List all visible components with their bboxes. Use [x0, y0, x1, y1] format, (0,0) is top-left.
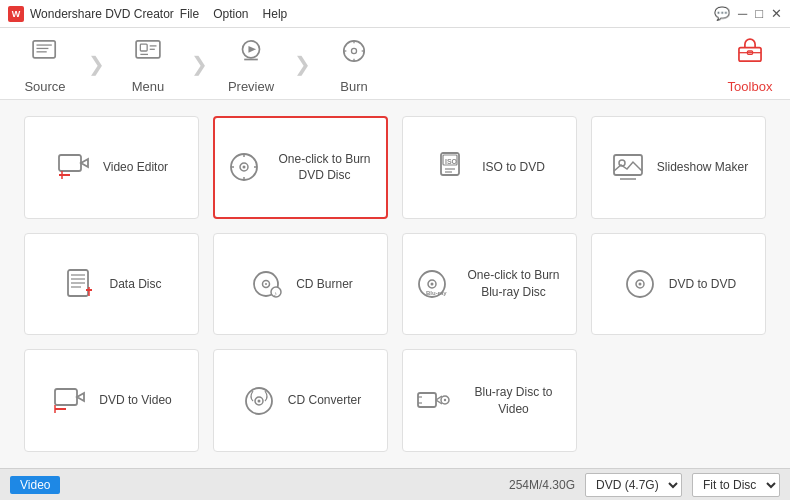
toolbox-label: Toolbox	[728, 79, 773, 94]
bluray-to-video-icon	[413, 383, 451, 419]
tools-grid: Video Editor One-click to Burn DVD Disc …	[0, 100, 790, 468]
title-bar: W Wondershare DVD Creator File Option He…	[0, 0, 790, 28]
svg-point-58	[638, 282, 641, 285]
tool-dvd-to-dvd[interactable]: DVD to DVD	[591, 233, 766, 336]
menu-option[interactable]: Option	[213, 7, 248, 21]
svg-text:♪: ♪	[274, 289, 278, 296]
tool-cd-burner[interactable]: ♪ CD Burner	[213, 233, 388, 336]
iso-to-dvd-label: ISO to DVD	[482, 159, 545, 176]
svg-rect-0	[33, 40, 55, 57]
preview-icon	[234, 34, 268, 75]
dvd-to-video-icon	[51, 383, 89, 419]
app-logo: W	[8, 6, 24, 22]
svg-rect-21	[59, 155, 81, 171]
video-editor-icon	[55, 149, 93, 185]
fit-select[interactable]: Fit to Disc Custom	[692, 473, 780, 497]
svg-marker-10	[248, 45, 256, 52]
one-click-burn-dvd-label: One-click to Burn DVD Disc	[273, 151, 376, 185]
window-controls[interactable]: 💬 ─ □ ✕	[714, 6, 782, 21]
svg-rect-59	[55, 389, 77, 405]
nav-burn[interactable]: Burn	[309, 28, 399, 99]
maximize-icon[interactable]: □	[755, 6, 763, 21]
nav-menu[interactable]: Menu	[103, 28, 193, 99]
svg-point-12	[344, 40, 364, 60]
preview-label: Preview	[228, 79, 274, 94]
dvd-to-dvd-label: DVD to DVD	[669, 276, 736, 293]
nav-items: Source ❯ Menu ❯	[0, 28, 710, 99]
svg-rect-66	[418, 393, 436, 407]
source-icon	[28, 34, 62, 75]
dvd-to-video-label: DVD to Video	[99, 392, 172, 409]
app-title: Wondershare DVD Creator	[30, 7, 174, 21]
menu-icon	[131, 34, 165, 75]
menu-nav-label: Menu	[132, 79, 165, 94]
dvd-to-dvd-icon	[621, 266, 659, 302]
menu-help[interactable]: Help	[263, 7, 288, 21]
nav-toolbox[interactable]: Toolbox	[710, 28, 790, 99]
tool-slideshow-maker[interactable]: Slideshow Maker	[591, 116, 766, 219]
title-bar-left: W Wondershare DVD Creator File Option He…	[8, 6, 287, 22]
minimize-icon[interactable]: ─	[738, 6, 747, 21]
svg-text:Blu-ray: Blu-ray	[426, 290, 447, 296]
tool-one-click-burn-bluray[interactable]: Blu-ray One-click to Burn Blu-ray Disc	[402, 233, 577, 336]
empty-cell	[591, 349, 766, 452]
tool-bluray-to-video[interactable]: Blu-ray Disc to Video	[402, 349, 577, 452]
svg-point-13	[351, 48, 356, 53]
tool-dvd-to-video[interactable]: DVD to Video	[24, 349, 199, 452]
bluray-to-video-label: Blu-ray Disc to Video	[461, 384, 566, 418]
status-label: Video	[10, 476, 60, 494]
slideshow-maker-label: Slideshow Maker	[657, 159, 748, 176]
slideshow-maker-icon	[609, 149, 647, 185]
svg-point-49	[265, 283, 267, 285]
close-icon[interactable]: ✕	[771, 6, 782, 21]
toolbox-icon	[733, 34, 767, 75]
video-editor-label: Video Editor	[103, 159, 168, 176]
status-size: 254M/4.30G	[509, 478, 575, 492]
tool-data-disc[interactable]: Data Disc	[24, 233, 199, 336]
tool-video-editor[interactable]: Video Editor	[24, 116, 199, 219]
one-click-burn-bluray-icon: Blu-ray	[413, 266, 451, 302]
tool-cd-converter[interactable]: CD Converter	[213, 349, 388, 452]
cd-burner-icon: ♪	[248, 266, 286, 302]
toolbar: Source ❯ Menu ❯	[0, 28, 790, 100]
svg-point-72	[444, 398, 446, 400]
svg-rect-4	[136, 40, 160, 57]
disc-type-select[interactable]: DVD (4.7G) DVD (8.5G) BD-25 BD-50	[585, 473, 682, 497]
tool-iso-to-dvd[interactable]: ISO ISO to DVD	[402, 116, 577, 219]
one-click-burn-dvd-icon	[225, 149, 263, 185]
svg-marker-22	[81, 159, 88, 167]
cd-burner-label: CD Burner	[296, 276, 353, 293]
burn-icon	[337, 34, 371, 75]
svg-rect-37	[614, 155, 642, 175]
cd-converter-icon	[240, 383, 278, 419]
one-click-burn-bluray-label: One-click to Burn Blu-ray Disc	[461, 267, 566, 301]
svg-point-54	[431, 282, 434, 285]
svg-marker-60	[77, 393, 84, 401]
data-disc-label: Data Disc	[109, 276, 161, 293]
menu-bar[interactable]: File Option Help	[180, 7, 287, 21]
svg-text:ISO: ISO	[445, 158, 458, 165]
menu-file[interactable]: File	[180, 7, 199, 21]
nav-source[interactable]: Source	[0, 28, 90, 99]
tool-one-click-burn-dvd[interactable]: One-click to Burn DVD Disc	[213, 116, 388, 219]
chat-icon[interactable]: 💬	[714, 6, 730, 21]
data-disc-icon	[61, 266, 99, 302]
status-bar: Video 254M/4.30G DVD (4.7G) DVD (8.5G) B…	[0, 468, 790, 500]
svg-rect-5	[140, 44, 147, 51]
svg-point-27	[243, 166, 246, 169]
nav-preview[interactable]: Preview	[206, 28, 296, 99]
iso-to-dvd-icon: ISO	[434, 149, 472, 185]
burn-label: Burn	[340, 79, 367, 94]
svg-point-65	[257, 399, 260, 402]
source-label: Source	[24, 79, 65, 94]
cd-converter-label: CD Converter	[288, 392, 361, 409]
